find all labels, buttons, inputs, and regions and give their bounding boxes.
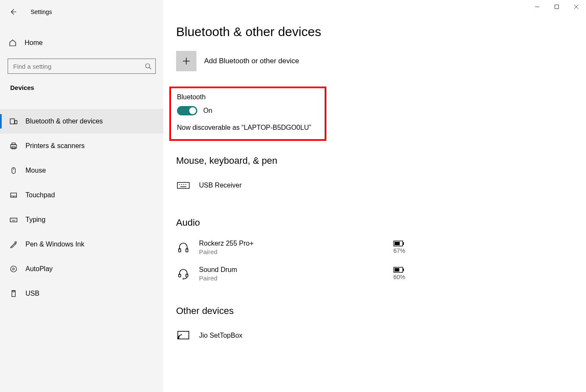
- sidebar-item-label: Touchpad: [25, 191, 55, 199]
- home-button[interactable]: Home: [0, 31, 163, 55]
- headset-icon: [176, 266, 191, 281]
- device-item[interactable]: Sound Drum Paired 60%: [176, 260, 405, 287]
- section-title: Other devices: [176, 305, 586, 316]
- sidebar-item-label: USB: [25, 290, 39, 297]
- sidebar-item-label: Printers & scanners: [25, 142, 85, 150]
- section-other: Other devices Jio SetTopBox: [176, 305, 586, 349]
- home-label: Home: [25, 39, 43, 47]
- titlebar: [0, 0, 586, 15]
- battery-percent: 67%: [393, 247, 405, 254]
- sidebar-item-printers[interactable]: Printers & scanners: [0, 134, 163, 158]
- svg-point-31: [183, 184, 184, 185]
- headphones-icon: [176, 240, 191, 255]
- svg-rect-38: [395, 242, 400, 245]
- svg-rect-24: [12, 291, 15, 297]
- main-content: Bluetooth & other devices Add Bluetooth …: [176, 25, 586, 392]
- section-mouse-keyboard: Mouse, keyboard, & pen USB Receiver: [176, 155, 586, 199]
- bluetooth-toggle[interactable]: [177, 106, 197, 115]
- sidebar: Settings Home Devices Bluetooth & other …: [0, 0, 163, 392]
- svg-rect-1: [555, 5, 559, 9]
- svg-rect-43: [403, 269, 404, 271]
- minimize-button[interactable]: [527, 0, 547, 14]
- device-status: Paired: [199, 248, 385, 255]
- pen-icon: [9, 240, 18, 249]
- svg-point-32: [185, 184, 186, 185]
- section-title: Mouse, keyboard, & pen: [176, 155, 586, 166]
- section-audio: Audio Rockerz 255 Pro+ Paired 67% Sound …: [176, 217, 586, 287]
- sidebar-item-bluetooth[interactable]: Bluetooth & other devices: [0, 109, 163, 134]
- sidebar-item-label: Bluetooth & other devices: [25, 118, 103, 125]
- bluetooth-state: On: [203, 107, 212, 115]
- battery-icon: [393, 241, 404, 246]
- sidebar-item-usb[interactable]: USB: [0, 281, 163, 306]
- touchpad-icon: [9, 191, 18, 199]
- sidebar-item-label: AutoPlay: [25, 265, 53, 273]
- svg-point-41: [183, 278, 184, 280]
- svg-rect-28: [177, 182, 189, 188]
- sidebar-item-label: Pen & Windows Ink: [25, 241, 84, 248]
- usb-icon: [9, 289, 18, 298]
- svg-point-30: [181, 184, 182, 185]
- sidebar-item-autoplay[interactable]: AutoPlay: [0, 257, 163, 281]
- bluetooth-highlight: Bluetooth On Now discoverable as “LAPTOP…: [169, 87, 326, 141]
- device-item[interactable]: USB Receiver: [176, 172, 405, 199]
- sidebar-category: Devices: [0, 74, 163, 97]
- search-input[interactable]: [8, 59, 156, 74]
- search-icon: [145, 63, 151, 70]
- device-item[interactable]: Jio SetTopBox: [176, 322, 405, 349]
- sidebar-item-typing[interactable]: Typing: [0, 207, 163, 232]
- section-title: Audio: [176, 217, 586, 228]
- plus-icon: [176, 51, 196, 71]
- maximize-button[interactable]: [547, 0, 566, 14]
- mouse-icon: [9, 166, 18, 175]
- keyboard-icon: [9, 216, 18, 224]
- svg-rect-9: [12, 143, 15, 145]
- device-name: Rockerz 255 Pro+: [199, 240, 385, 247]
- close-button[interactable]: [566, 0, 586, 14]
- device-battery: 67%: [393, 241, 405, 254]
- svg-rect-7: [15, 120, 17, 124]
- sidebar-item-label: Typing: [25, 216, 45, 224]
- add-device-label: Add Bluetooth or other device: [204, 57, 299, 65]
- svg-rect-8: [11, 145, 17, 148]
- discoverable-text: Now discoverable as “LAPTOP-B5DGO0LU”: [177, 124, 311, 131]
- page-title: Bluetooth & other devices: [176, 25, 586, 39]
- sidebar-nav: Bluetooth & other devices Printers & sca…: [0, 109, 163, 306]
- sidebar-item-touchpad[interactable]: Touchpad: [0, 183, 163, 207]
- svg-rect-44: [395, 268, 399, 272]
- svg-point-23: [11, 266, 17, 272]
- svg-rect-45: [178, 331, 189, 339]
- autoplay-icon: [9, 265, 18, 273]
- svg-point-19: [14, 219, 14, 219]
- sidebar-item-mouse[interactable]: Mouse: [0, 158, 163, 183]
- bluetooth-devices-icon: [9, 117, 18, 126]
- device-item[interactable]: Rockerz 255 Pro+ Paired 67%: [176, 234, 405, 260]
- home-icon: [8, 39, 17, 47]
- sidebar-item-pen[interactable]: Pen & Windows Ink: [0, 232, 163, 257]
- svg-point-29: [179, 184, 180, 185]
- cast-icon: [176, 328, 191, 343]
- svg-point-4: [146, 64, 150, 68]
- printer-icon: [9, 142, 18, 150]
- svg-point-46: [178, 338, 179, 339]
- add-device-button[interactable]: Add Bluetooth or other device: [176, 51, 586, 71]
- device-name: USB Receiver: [199, 182, 405, 189]
- device-status: Paired: [199, 274, 385, 282]
- device-name: Sound Drum: [199, 266, 385, 274]
- svg-rect-37: [403, 242, 404, 245]
- battery-icon: [393, 267, 404, 273]
- device-battery: 60%: [393, 267, 405, 280]
- svg-rect-16: [10, 218, 17, 222]
- sidebar-item-label: Mouse: [25, 167, 46, 174]
- svg-rect-25: [13, 291, 14, 292]
- svg-line-5: [149, 67, 151, 69]
- svg-rect-6: [10, 119, 14, 124]
- window-controls: [527, 0, 586, 14]
- svg-point-18: [12, 219, 13, 219]
- svg-point-17: [11, 219, 11, 219]
- device-name: Jio SetTopBox: [199, 332, 405, 339]
- svg-point-20: [15, 219, 15, 219]
- bluetooth-label: Bluetooth: [177, 93, 319, 101]
- keyboard-device-icon: [176, 178, 191, 193]
- battery-percent: 60%: [393, 274, 405, 280]
